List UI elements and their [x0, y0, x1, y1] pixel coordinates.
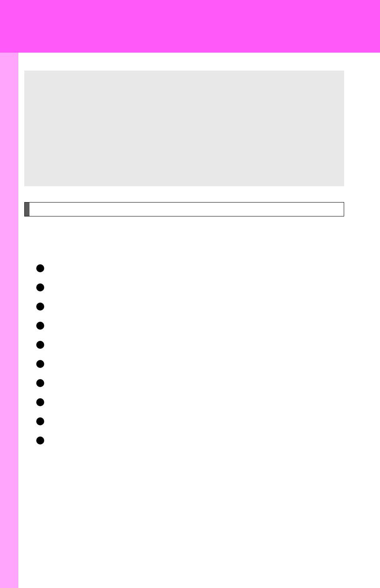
- list-item[interactable]: [36, 398, 344, 408]
- bullet-icon: [36, 283, 44, 291]
- list-item[interactable]: [36, 322, 344, 331]
- list-item[interactable]: [36, 283, 344, 293]
- list-item[interactable]: [36, 360, 344, 370]
- sidebar: [0, 53, 18, 588]
- list-item[interactable]: [36, 437, 344, 446]
- bullet-icon: [36, 379, 44, 387]
- bullet-icon: [36, 264, 44, 272]
- bullet-icon: [36, 398, 44, 406]
- content-placeholder: [24, 71, 344, 186]
- bullet-icon: [36, 360, 44, 368]
- bullet-icon: [36, 437, 44, 444]
- bullet-list: [36, 264, 344, 446]
- list-item[interactable]: [36, 303, 344, 312]
- bullet-icon: [36, 341, 44, 349]
- progress-bar-fill: [25, 203, 29, 216]
- bullet-icon: [36, 322, 44, 330]
- main-container: [0, 53, 380, 588]
- header-banner: [0, 0, 380, 53]
- bullet-icon: [36, 303, 44, 311]
- list-item[interactable]: [36, 379, 344, 389]
- list-item[interactable]: [36, 417, 344, 427]
- progress-bar-container[interactable]: [24, 202, 344, 216]
- bullet-icon: [36, 417, 44, 425]
- main-content: [18, 53, 380, 588]
- list-item[interactable]: [36, 341, 344, 350]
- list-item[interactable]: [36, 264, 344, 274]
